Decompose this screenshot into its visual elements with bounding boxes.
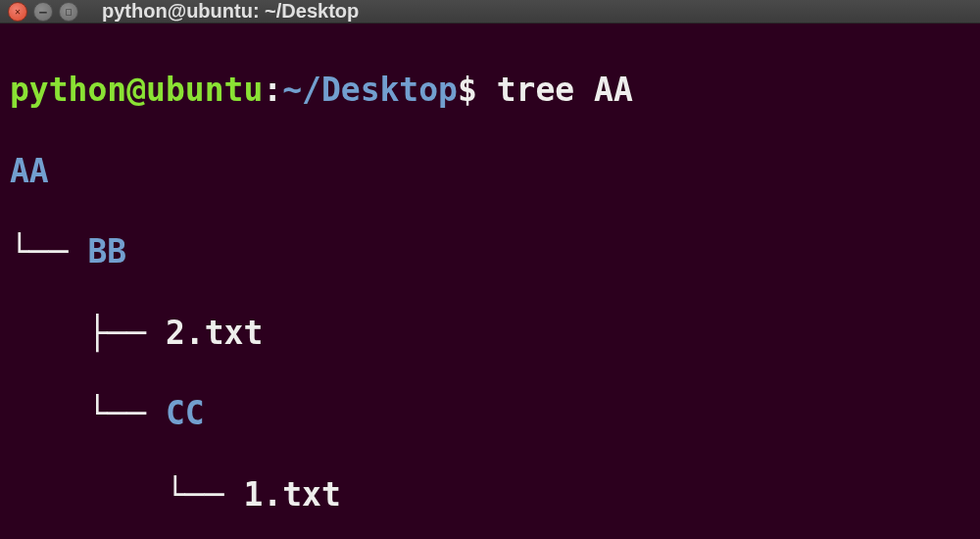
tree-file: 1.txt	[243, 475, 340, 514]
tree-line-2txt: ├── 2.txt	[10, 313, 970, 353]
close-icon[interactable]	[8, 2, 27, 22]
terminal-body[interactable]: python@ubuntu:~/Desktop$ tree AA AA └── …	[0, 24, 980, 539]
tree-branch: └──	[10, 394, 166, 432]
prompt-path: ~/Desktop	[282, 71, 458, 109]
tree-line-1txt: └── 1.txt	[10, 474, 970, 514]
terminal-window: python@ubuntu: ~/Desktop python@ubuntu:~…	[0, 0, 980, 539]
tree-branch: ├──	[10, 314, 166, 352]
prompt-colon: :	[263, 71, 282, 109]
prompt-sigil: $	[458, 71, 497, 109]
tree-line-bb: └── BB	[10, 231, 970, 271]
tree-root-line: AA	[10, 151, 970, 191]
tree-line-cc: └── CC	[10, 393, 970, 433]
titlebar[interactable]: python@ubuntu: ~/Desktop	[0, 0, 980, 24]
tree-dir-bb: BB	[87, 232, 126, 270]
tree-branch: └──	[10, 232, 87, 270]
tree-dir-root: AA	[10, 152, 49, 190]
tree-dir-cc: CC	[166, 394, 205, 432]
window-title: python@ubuntu: ~/Desktop	[102, 0, 359, 23]
prompt-line-1: python@ubuntu:~/Desktop$ tree AA	[10, 70, 970, 110]
tree-branch: └──	[10, 475, 243, 514]
tree-file: 2.txt	[166, 314, 263, 352]
maximize-icon[interactable]	[59, 2, 78, 22]
command-text: tree AA	[497, 71, 633, 109]
minimize-icon[interactable]	[33, 2, 53, 22]
prompt-user-host: python@ubuntu	[10, 71, 263, 109]
